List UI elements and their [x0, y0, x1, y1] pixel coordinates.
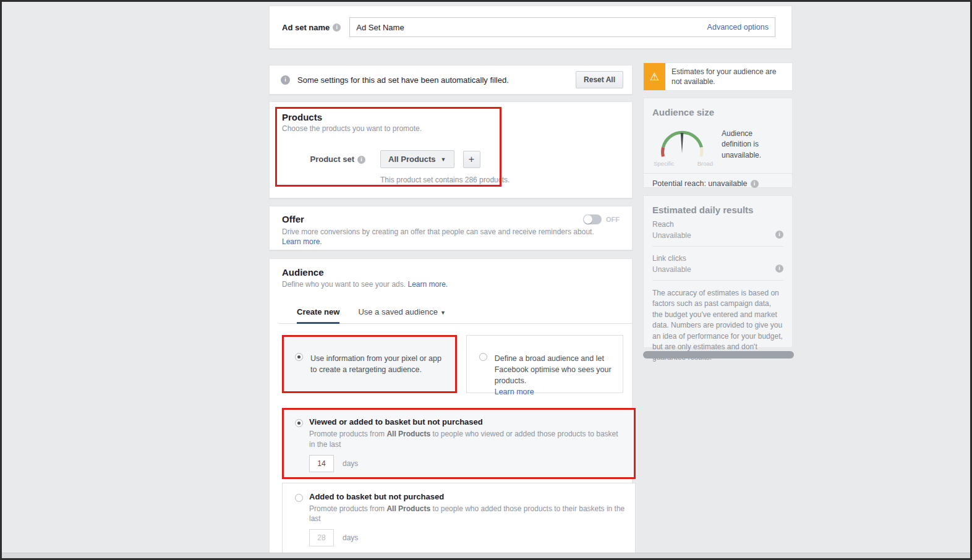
- info-icon: i: [775, 265, 783, 273]
- audience-gauge: Specific Broad: [652, 125, 714, 167]
- product-set-count-note: This product set contains 286 products.: [380, 176, 620, 184]
- info-icon: i: [333, 23, 341, 32]
- option-viewed-or-added-desc: Promote products from All Products to pe…: [309, 429, 625, 450]
- toggle-knob-icon: [584, 215, 592, 224]
- offer-description: Drive more conversions by creating an of…: [282, 227, 594, 247]
- adset-name-field-wrap: Advanced options: [349, 17, 775, 37]
- option-broad-audience[interactable]: Define a broad audience and let Facebook…: [466, 335, 623, 393]
- audience-section: Audience Define who you want to see your…: [269, 258, 633, 560]
- estimated-results-panel: Estimated daily results Reach Unavailabl…: [643, 195, 793, 348]
- warning-text: Estimates for your audience are not avai…: [665, 63, 792, 90]
- audience-size-panel: Audience size Specific Broad Audience de…: [643, 98, 793, 188]
- audience-subtitle: Define who you want to see your ads. Lea…: [282, 280, 623, 289]
- radio-icon[interactable]: [295, 494, 303, 502]
- tab-saved-audience[interactable]: Use a saved audience▼: [358, 307, 446, 324]
- adset-name-label: Ad set name: [282, 23, 330, 32]
- chevron-down-icon: ▼: [440, 310, 446, 316]
- offer-toggle-state: OFF: [606, 216, 620, 223]
- add-product-set-button[interactable]: +: [463, 151, 480, 168]
- tab-create-new[interactable]: Create new: [297, 307, 339, 324]
- option-added-to-basket[interactable]: Added to basket but not purchased Promot…: [282, 483, 636, 554]
- product-set-label: Product seti: [282, 155, 365, 164]
- sidebar-scrollbar-thumb[interactable]: [643, 351, 794, 358]
- option-viewed-or-added-title: Viewed or added to basket but not purcha…: [309, 417, 625, 426]
- products-subtitle: Choose the products you want to promote.: [282, 124, 620, 133]
- metric-link-clicks: Link clicks Unavailable i: [652, 254, 783, 281]
- viewed-days-input[interactable]: [309, 455, 334, 472]
- option-pixel-retargeting-label: Use information from your pixel or app t…: [310, 353, 446, 375]
- added-days-input[interactable]: [309, 529, 334, 546]
- products-section: Products Choose the products you want to…: [269, 101, 633, 198]
- broad-learn-more-link[interactable]: Learn more: [495, 388, 534, 396]
- info-icon: i: [751, 180, 759, 188]
- audience-learn-more-link[interactable]: Learn more.: [407, 280, 448, 289]
- audience-title: Audience: [282, 267, 623, 278]
- offer-learn-more-link[interactable]: Learn more.: [282, 237, 322, 246]
- horizontal-scrollbar[interactable]: [2, 553, 970, 558]
- audience-definition-status: Audience definition is unavailable.: [714, 125, 783, 167]
- reset-all-button[interactable]: Reset All: [576, 71, 623, 88]
- autofill-banner: i Some settings for this ad set have bee…: [269, 65, 633, 95]
- warning-icon: ⚠: [644, 63, 665, 90]
- option-added-to-basket-desc: Promote products from All Products to pe…: [309, 504, 625, 525]
- metric-reach: Reach Unavailable i: [652, 220, 783, 247]
- advanced-options-link[interactable]: Advanced options: [707, 23, 769, 32]
- info-icon: i: [357, 156, 365, 164]
- product-set-dropdown[interactable]: All Products ▼: [380, 150, 454, 168]
- option-added-to-basket-title: Added to basket but not purchased: [309, 492, 625, 501]
- potential-reach: Potential reach: unavailablei: [644, 173, 792, 188]
- gauge-icon: [652, 125, 712, 159]
- offer-title: Offer: [282, 214, 583, 224]
- adset-name-card: Ad set name i Advanced options: [269, 6, 792, 49]
- offer-section: Offer OFF Drive more conversions by crea…: [269, 206, 633, 250]
- radio-icon[interactable]: [295, 419, 303, 427]
- option-viewed-or-added[interactable]: Viewed or added to basket but not purcha…: [282, 408, 636, 479]
- chevron-down-icon: ▼: [441, 156, 446, 163]
- option-broad-audience-label: Define a broad audience and let Facebook…: [495, 353, 613, 398]
- audience-estimate-warning: ⚠ Estimates for your audience are not av…: [643, 62, 793, 91]
- radio-icon[interactable]: [479, 353, 487, 361]
- gauge-label-specific: Specific: [654, 160, 674, 167]
- gauge-label-broad: Broad: [697, 160, 713, 167]
- audience-tabs: Create new Use a saved audience▼: [297, 307, 623, 324]
- products-title: Products: [282, 112, 620, 122]
- radio-icon[interactable]: [295, 353, 303, 361]
- autofill-message: Some settings for this ad set have been …: [297, 75, 576, 85]
- info-icon: i: [775, 231, 783, 239]
- offer-toggle[interactable]: [583, 214, 602, 224]
- info-icon: i: [281, 75, 290, 85]
- days-label: days: [343, 459, 358, 468]
- estimated-results-title: Estimated daily results: [652, 205, 783, 215]
- days-label: days: [343, 533, 358, 542]
- option-pixel-retargeting[interactable]: Use information from your pixel or app t…: [282, 335, 457, 393]
- adset-name-input[interactable]: [356, 23, 707, 32]
- audience-size-title: Audience size: [652, 107, 783, 117]
- page: Ad set name i Advanced options i Some se…: [0, 0, 972, 560]
